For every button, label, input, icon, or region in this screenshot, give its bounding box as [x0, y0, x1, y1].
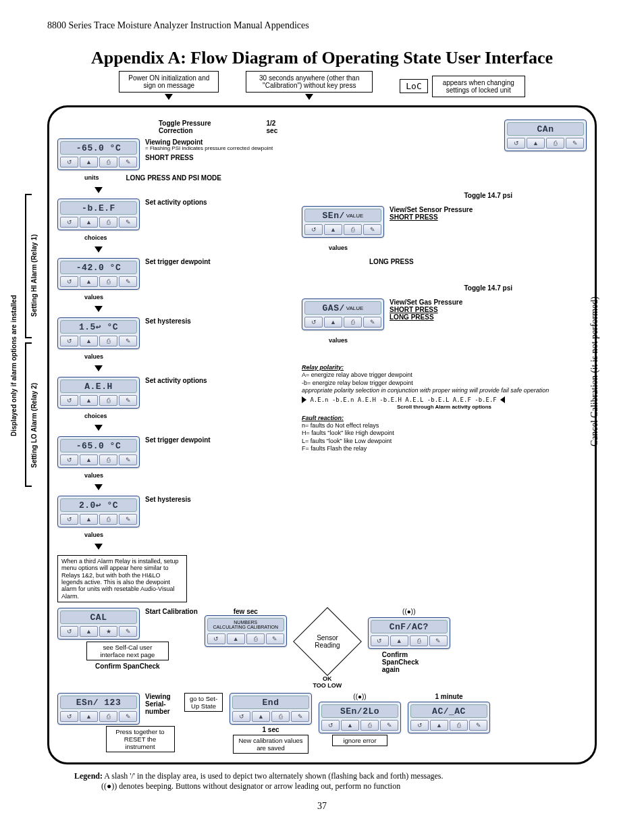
half-sec: 1/2 sec [267, 120, 287, 134]
end-note: New calibration values are saved [233, 735, 308, 754]
page-number: 37 [47, 801, 597, 812]
sensor-pressure-label: View/Set Sensor Pressure [390, 206, 473, 213]
values-sen: values [302, 244, 587, 251]
ok-label: OK [323, 675, 332, 682]
activity-r2-label: Set activity options [145, 377, 207, 384]
device-esn: ESn/ 123↺▲⎙✎ [57, 693, 140, 725]
device-hyst-r1: 1.5↩ °C↺▲⎙✎ [57, 317, 140, 349]
device-numbers: NUMBERSCALCULATING CALIBRATION↺▲⎙✎ [205, 615, 287, 647]
legend: Legend: A slash '/' in the display area,… [47, 771, 597, 791]
top-row: Power ON initialization and sign on mess… [47, 71, 597, 101]
timeout-box: 30 seconds anywhere (other than "Calibra… [246, 71, 373, 93]
values-gas: values [302, 337, 587, 344]
values-1: values [57, 294, 287, 301]
running-header: 8800 Series Trace Moisture Analyzer Inst… [47, 20, 597, 31]
hyst-r2-label: Set hysteresis [145, 496, 191, 503]
reset-box: Press together to RESET the instrument [106, 726, 175, 752]
device-activity-r2: A.E.H↺▲⎙✎ [57, 377, 140, 409]
third-relay-note: When a third Alarm Relay is installed, s… [57, 555, 187, 602]
device-sensor-pressure: SEn/VALUE↺▲⎙✎ [302, 206, 384, 238]
values-4: values [57, 531, 287, 538]
start-cal: Start Calibration [145, 608, 198, 615]
device-cal: CAL↺▲★✎ [57, 608, 140, 640]
toggle-14-1: Toggle 14.7 psi [302, 192, 587, 199]
relay-polarity-block: Relay polarity: A= energize relay above … [302, 364, 587, 452]
values-2: values [57, 353, 287, 360]
device-end: End↺▲⎙✎ [230, 693, 312, 725]
one-minute: 1 minute [435, 693, 462, 700]
hyst-r1-label: Set hysteresis [145, 317, 191, 325]
vlabel-lo: Setting LO Alarm (Relay 2) [30, 383, 38, 468]
gas-pressure-label: View/Set Gas Pressure [390, 298, 462, 306]
bottom-area: CAL↺▲★✎ Start Calibration see Self-Cal u… [57, 608, 587, 689]
beep-icon-1: ((●)) [402, 608, 415, 615]
trigger-r2-label: Set trigger dewpoint [145, 436, 211, 444]
toggle-14-2: Toggle 14.7 psi [302, 284, 587, 292]
device-viewing-dewpoint: -65.0 °C ↺▲⎙✎ [57, 138, 140, 170]
selfcal-box: see Self-Cal user interface next page [86, 642, 169, 660]
values-3: values [57, 472, 287, 479]
vlabel-installed: Displayed only if alarm options are inst… [10, 295, 18, 436]
ignore-error: ignore error [332, 735, 387, 746]
vlabel-hi: Setting HI Alarm (Relay 1) [30, 234, 38, 317]
beep-icon-2: ((●)) [353, 693, 366, 700]
one-sec: 1 sec [262, 726, 279, 733]
device-can: CAn↺▲⎙✎ [504, 120, 587, 151]
right-column: CAn↺▲⎙✎ Toggle 14.7 psi SEn/VALUE↺▲⎙✎ Vi… [302, 120, 587, 602]
left-column: Displayed only if alarm options are inst… [57, 120, 287, 602]
confirm-again: Confirm SpanCheck again [382, 651, 436, 673]
device-trigger-r2: -65.0 °C↺▲⎙✎ [57, 436, 140, 468]
device-sen2lo: SEn/2Lo↺▲⎙✎ [319, 702, 401, 733]
serial-label: Viewing Serial- number [145, 693, 179, 715]
choices-2: choices [57, 413, 287, 419]
cancel-cal-label: Cancel Calibration (it is not performed) [589, 296, 600, 446]
psi-note: = Flashing PSI indicates pressure correc… [145, 146, 273, 151]
main-diagram-frame: Cancel Calibration (it is not performed)… [47, 105, 597, 764]
device-trigger-r1: -42.0 °C↺▲⎙✎ [57, 258, 140, 290]
long-press: LONG PRESS AND PSI MODE [126, 174, 221, 182]
long-press-r: LONG PRESS [302, 258, 587, 265]
device-gas-pressure: GAS/VALUE↺▲⎙✎ [302, 298, 384, 330]
loc-display: LoC [400, 79, 427, 93]
toolow-label: TOO LOW [313, 682, 342, 689]
page-title: Appendix A: Flow Diagram of Operating St… [47, 48, 597, 68]
toggle-pressure-label: Toggle Pressure Correction [159, 120, 240, 134]
few-sec: few sec [234, 608, 258, 615]
sensor-reading-diamond: Sensor Reading [293, 607, 362, 676]
confirm-span: Confirm SpanCheck [95, 662, 160, 670]
trigger-r1-label: Set trigger dewpoint [145, 258, 211, 265]
power-on-box: Power ON initialization and sign on mess… [119, 71, 219, 93]
device-ac: AC/_AC↺▲⎙✎ [408, 702, 490, 733]
choices-1: choices [57, 234, 287, 241]
device-activity-r1: -b.E.F↺▲⎙✎ [57, 199, 140, 230]
activity-r1-label: Set activity options [145, 199, 207, 206]
goto-setup: go to Set-Up State [184, 693, 223, 712]
short-press: SHORT PRESS [145, 154, 273, 161]
device-cnf: CnF/AC?↺▲⎙✎ [368, 617, 450, 649]
loc-note: appears when changing settings of locked… [432, 76, 525, 97]
short-press-g: SHORT PRESS [390, 306, 462, 313]
device-hyst-r2: 2.0↩ °C↺▲⎙✎ [57, 496, 140, 527]
short-press-r: SHORT PRESS [390, 213, 473, 221]
units-label: units [84, 174, 99, 182]
long-press-g: LONG PRESS [390, 313, 462, 321]
